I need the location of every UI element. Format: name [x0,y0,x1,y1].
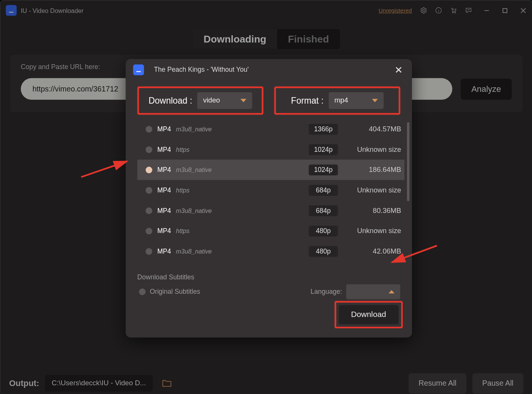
chevron-up-icon [389,290,394,293]
format-list: MP4m3u8_native1366p404.57MBMP4https1024p… [137,119,404,262]
row-codec: MP4 [157,247,171,255]
row-size: Unknown size [343,186,401,194]
row-size: 186.64MB [343,165,401,174]
row-codec: MP4 [157,146,171,153]
app-window: IU - Video Downloader Unregistered Downl… [0,0,532,394]
row-size: Unknown size [343,145,401,154]
row-protocol: https [176,146,190,153]
row-resolution: 480p [309,225,338,236]
download-label: Download : [149,96,192,106]
format-row[interactable]: MP4m3u8_native480p42.06MB [137,241,404,262]
svg-line-16 [392,246,437,262]
annotation-arrow-icon [79,156,133,183]
row-protocol: m3u8_native [176,126,212,133]
format-row[interactable]: MP4https1024pUnknown size [137,139,404,160]
language-label: Language: [310,288,342,296]
row-radio[interactable] [146,167,152,173]
row-codec: MP4 [157,125,171,133]
row-radio[interactable] [146,126,152,132]
format-group: Format : mp4 [274,87,401,115]
row-resolution: 1366p [309,124,338,134]
chevron-down-icon [372,99,377,102]
row-resolution: 684p [309,205,338,216]
subtitles-header: Download Subtitles [137,274,400,281]
svg-line-15 [81,161,127,177]
download-options-dialog: The Peach Kings - 'Without You' Download… [126,59,412,337]
language-select[interactable] [346,284,400,299]
download-type-value: video [203,96,220,105]
format-row[interactable]: MP4m3u8_native684p80.36MB [137,200,404,221]
scrollbar[interactable] [407,122,410,201]
format-row[interactable]: MP4m3u8_native1366p404.57MB [137,119,404,139]
row-radio[interactable] [146,187,152,194]
format-value: mp4 [334,96,348,105]
row-radio[interactable] [146,207,152,214]
format-select[interactable]: mp4 [329,92,384,109]
format-label: Format : [291,96,324,106]
download-type-select[interactable]: video [197,92,252,109]
row-size: 404.57MB [343,125,401,133]
row-radio[interactable] [146,228,152,235]
row-resolution: 1024p [309,164,338,175]
chevron-down-icon [241,99,246,102]
dialog-title: The Peach Kings - 'Without You' [154,66,249,74]
format-row[interactable]: MP4m3u8_native1024p186.64MB [137,159,404,180]
orig-subtitles-radio[interactable] [139,288,146,295]
annotation-arrow-icon [387,242,441,269]
row-codec: MP4 [157,227,171,235]
format-row[interactable]: MP4https480pUnknown size [137,221,404,241]
download-button[interactable]: Download [339,305,399,324]
row-resolution: 684p [309,185,338,195]
download-button-highlight: Download [334,301,403,328]
row-radio[interactable] [146,146,152,153]
row-radio[interactable] [146,248,152,255]
dialog-close-button[interactable] [393,64,405,76]
orig-subtitles-label: Original Subtitles [150,288,200,296]
row-protocol: m3u8_native [176,248,212,255]
dialog-logo-icon [133,65,144,75]
download-type-group: Download : video [137,87,263,115]
row-resolution: 480p [309,246,338,257]
row-resolution: 1024p [309,144,338,154]
row-protocol: m3u8_native [176,207,212,214]
row-size: 80.36MB [343,206,401,215]
row-codec: MP4 [157,186,171,194]
format-row[interactable]: MP4https684pUnknown size [137,180,404,200]
row-protocol: https [176,227,190,235]
row-size: Unknown size [343,227,401,235]
row-protocol: m3u8_native [176,166,212,173]
row-codec: MP4 [157,166,171,173]
row-protocol: https [176,187,190,194]
row-codec: MP4 [157,207,171,214]
